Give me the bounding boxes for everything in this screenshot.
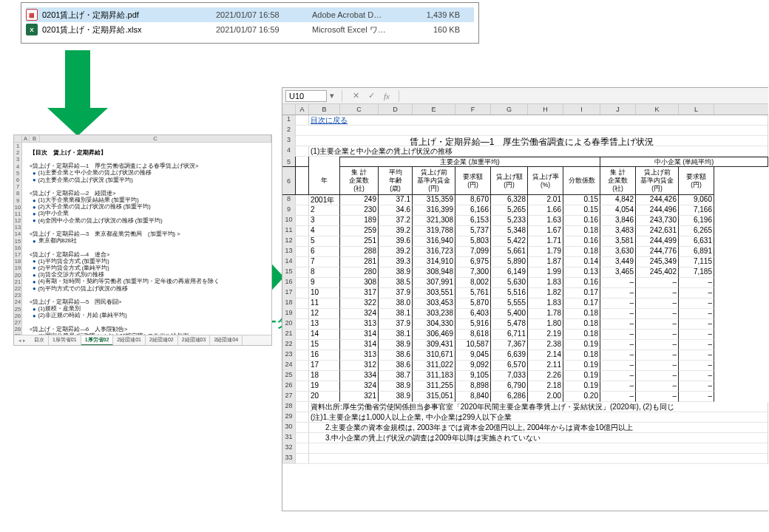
data-cell[interactable]: 288 [340, 247, 379, 257]
row-header[interactable]: 26 [14, 313, 22, 319]
row-header[interactable]: 22 [14, 285, 22, 292]
sheet-tab[interactable]: 1厚労省01 [49, 335, 81, 346]
row-header[interactable]: 11 [14, 211, 22, 217]
data-cell[interactable]: 242,631 [636, 226, 679, 236]
data-cell[interactable]: 9,105 [455, 371, 491, 381]
data-cell[interactable]: 0.18 [563, 330, 600, 340]
row-header[interactable]: 1 [14, 143, 22, 149]
data-cell[interactable]: – [600, 340, 636, 350]
data-cell[interactable]: 6,631 [679, 236, 714, 247]
data-cell[interactable]: 315,359 [413, 195, 455, 205]
data-cell[interactable]: 3,483 [600, 226, 636, 236]
row-header[interactable]: 15 [282, 267, 296, 278]
data-cell[interactable]: 303,238 [413, 309, 455, 319]
data-cell[interactable]: 314,910 [413, 257, 455, 267]
row-header[interactable]: 25 [14, 306, 22, 313]
row-header[interactable]: 22 [282, 340, 296, 350]
data-cell[interactable]: – [636, 288, 679, 299]
data-cell[interactable]: 1.79 [528, 247, 563, 257]
data-cell[interactable]: 310,671 [413, 350, 455, 361]
sheet-tab[interactable]: 2経団連01 [113, 335, 146, 346]
data-cell[interactable]: 309,431 [413, 340, 455, 350]
data-cell[interactable]: – [679, 361, 714, 371]
data-cell[interactable]: 6,153 [455, 216, 491, 226]
data-cell[interactable]: 311,183 [413, 371, 455, 381]
row-header[interactable]: 26 [282, 381, 296, 392]
data-cell[interactable]: – [636, 392, 679, 402]
row-header[interactable]: 5 [14, 170, 22, 177]
data-cell[interactable]: 8,898 [455, 381, 491, 392]
data-cell[interactable]: 1.63 [528, 216, 563, 226]
data-cell[interactable]: 5,916 [455, 319, 491, 330]
data-cell[interactable]: 306,469 [413, 330, 455, 340]
data-cell[interactable]: 307,991 [413, 278, 455, 288]
data-cell[interactable]: 5,516 [491, 288, 528, 299]
data-cell[interactable]: 5,233 [491, 216, 528, 226]
data-cell[interactable]: 6,149 [491, 267, 528, 278]
data-cell[interactable]: 0.13 [563, 267, 600, 278]
data-cell[interactable]: 1.66 [528, 205, 563, 216]
sheet-tab[interactable]: 2経団連02 [146, 335, 178, 346]
data-cell[interactable]: 322 [340, 299, 379, 309]
data-cell[interactable]: 11 [309, 299, 340, 309]
data-cell[interactable]: – [600, 278, 636, 288]
data-cell[interactable]: 38.5 [379, 278, 413, 288]
row-header[interactable]: 29 [282, 412, 296, 423]
data-cell[interactable]: 317 [340, 288, 379, 299]
data-cell[interactable]: 244,499 [636, 236, 679, 247]
row-header[interactable]: 17 [282, 288, 296, 299]
data-cell[interactable]: 7,115 [679, 257, 714, 267]
data-cell[interactable]: 38.1 [379, 330, 413, 340]
data-cell[interactable]: – [600, 350, 636, 361]
data-cell[interactable]: 308 [340, 278, 379, 288]
toc-row[interactable]: 6●(2)主要企業の賃上げ状況 (加重平均) [14, 177, 271, 183]
file-row[interactable]: X 0201賃上げ・定期昇給.xlsx 2021/01/07 16:59 Mic… [26, 22, 474, 37]
data-cell[interactable]: 39.6 [379, 236, 413, 247]
data-cell[interactable]: 4,842 [600, 195, 636, 205]
data-cell[interactable]: 1.67 [528, 226, 563, 236]
data-cell[interactable]: 19 [309, 381, 340, 392]
sheet-tab[interactable]: 2経団連03 [178, 335, 211, 346]
data-cell[interactable]: 0.18 [563, 319, 600, 330]
data-cell[interactable]: 0.15 [563, 205, 600, 216]
data-cell[interactable]: 6,975 [455, 257, 491, 267]
data-cell[interactable]: 6,328 [491, 195, 528, 205]
toc-row[interactable]: 2【目次 賃上げ・定期昇給】 [14, 149, 271, 156]
data-cell[interactable]: 1.82 [528, 288, 563, 299]
data-cell[interactable]: – [679, 330, 714, 340]
data-cell[interactable]: 259 [340, 226, 379, 236]
data-cell[interactable]: 314 [340, 340, 379, 350]
data-cell[interactable]: 6,570 [491, 361, 528, 371]
row-header[interactable]: 23 [14, 292, 22, 299]
data-cell[interactable]: 0.14 [563, 257, 600, 267]
row-header[interactable]: 4 [282, 146, 296, 157]
data-cell[interactable]: 2.14 [528, 350, 563, 361]
row-header[interactable]: 27 [14, 319, 22, 326]
data-cell[interactable]: – [636, 361, 679, 371]
data-cell[interactable]: 38.6 [379, 361, 413, 371]
data-cell[interactable]: 244,776 [636, 247, 679, 257]
data-cell[interactable]: 1.80 [528, 319, 563, 330]
data-cell[interactable]: 5,348 [491, 226, 528, 236]
data-cell[interactable]: 5,870 [455, 299, 491, 309]
data-cell[interactable]: 321,308 [413, 216, 455, 226]
row-header[interactable]: 16 [282, 278, 296, 288]
toc-row[interactable]: 12●(4)全国中小企業の賃上げ状況の推移 (加重平均) [14, 217, 271, 224]
data-cell[interactable]: 16 [309, 350, 340, 361]
row-header[interactable]: 17 [14, 251, 22, 258]
row-header[interactable]: 23 [282, 350, 296, 361]
row-header[interactable]: 13 [282, 247, 296, 257]
file-row[interactable]: ▦ 0201賃上げ・定期昇給.pdf 2021/01/07 16:58 Adob… [26, 7, 474, 22]
col-header[interactable]: D [379, 104, 413, 115]
data-cell[interactable]: 303,453 [413, 299, 455, 309]
data-cell[interactable]: 230 [340, 205, 379, 216]
data-cell[interactable]: 8,618 [455, 330, 491, 340]
row-header[interactable]: 8 [14, 190, 22, 197]
data-cell[interactable]: 3,581 [600, 236, 636, 247]
col-header[interactable]: H [528, 104, 563, 115]
row-header[interactable]: 9 [14, 197, 22, 204]
data-cell[interactable]: 4 [309, 226, 340, 236]
data-cell[interactable]: 6,639 [491, 350, 528, 361]
data-cell[interactable]: – [600, 288, 636, 299]
data-cell[interactable]: 9,045 [455, 350, 491, 361]
